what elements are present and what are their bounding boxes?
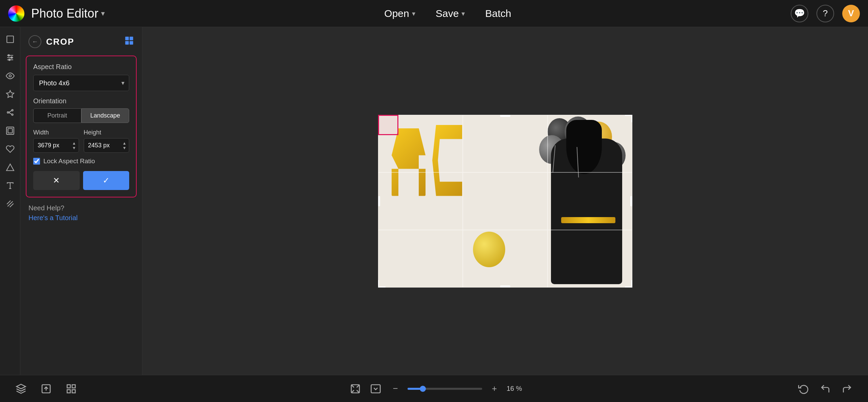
app-title-text: Photo Editor xyxy=(31,6,98,21)
help-title: Need Help? xyxy=(28,204,134,212)
svg-point-7 xyxy=(9,75,11,77)
svg-rect-29 xyxy=(67,385,70,388)
lock-aspect-label[interactable]: Lock Aspect Ratio xyxy=(43,157,95,165)
star-tool-btn[interactable] xyxy=(3,87,18,102)
text-tool-btn[interactable] xyxy=(3,178,18,193)
panel-title: CROP xyxy=(46,37,74,47)
svg-rect-23 xyxy=(130,37,133,40)
height-label: Height xyxy=(84,129,130,136)
width-label: Width xyxy=(33,129,79,136)
rotate-button[interactable] xyxy=(796,381,811,396)
app-title[interactable]: Photo Editor ▾ xyxy=(31,6,105,21)
zoom-slider-track[interactable] xyxy=(408,388,482,390)
external-view-button[interactable] xyxy=(368,381,383,396)
canvas-fit-button[interactable] xyxy=(348,381,363,396)
svg-marker-16 xyxy=(6,164,14,171)
zoom-slider-thumb[interactable] xyxy=(420,386,426,392)
height-group: Height ▲ ▼ xyxy=(84,129,130,153)
zoom-plus-icon: + xyxy=(492,383,497,394)
cancel-button[interactable]: ✕ xyxy=(33,171,80,190)
chat-icon: 💬 xyxy=(794,8,805,19)
aspect-ratio-wrapper: Original Square Photo 4x6 Photo 5x7 Cust… xyxy=(33,75,129,91)
app-title-chevron: ▾ xyxy=(101,9,105,18)
zoom-in-button[interactable]: + xyxy=(488,382,501,396)
svg-point-5 xyxy=(11,57,12,58)
nodes-tool-btn[interactable] xyxy=(3,105,18,120)
topbar: Photo Editor ▾ Open ▾ Save ▾ Batch 💬 ? V xyxy=(0,0,868,27)
panel-header-icon[interactable] xyxy=(124,36,134,48)
texture-tool-btn[interactable] xyxy=(3,196,18,211)
main-area: ← CROP Aspect Ratio Original Square xyxy=(0,27,868,375)
orientation-buttons: Portrait Landscape xyxy=(33,108,129,123)
topbar-center: Open ▾ Save ▾ Batch xyxy=(105,8,791,19)
back-button[interactable]: ← xyxy=(28,35,41,48)
landscape-button[interactable]: Landscape xyxy=(81,108,130,123)
adjustments-tool-btn[interactable] xyxy=(3,50,18,65)
svg-point-9 xyxy=(7,112,8,113)
back-icon: ← xyxy=(32,38,38,45)
height-spin-up[interactable]: ▲ xyxy=(121,141,128,146)
svg-line-12 xyxy=(8,111,12,112)
height-input-wrap: ▲ ▼ xyxy=(84,138,130,153)
crop-tool-btn[interactable] xyxy=(3,32,18,47)
lock-aspect-checkbox[interactable] xyxy=(33,158,40,165)
crop-settings-panel: Aspect Ratio Original Square Photo 4x6 P… xyxy=(26,56,137,197)
heart-tool-btn[interactable] xyxy=(3,142,18,156)
crop-panel: ← CROP Aspect Ratio Original Square xyxy=(20,27,142,375)
svg-marker-26 xyxy=(17,384,26,388)
confirm-button[interactable]: ✓ xyxy=(83,171,130,190)
redo-button[interactable] xyxy=(840,381,854,396)
svg-rect-30 xyxy=(72,385,75,388)
help-link[interactable]: Here's a Tutorial xyxy=(28,214,78,221)
width-spin-down[interactable]: ▼ xyxy=(71,146,78,150)
frame-tool-btn[interactable] xyxy=(3,123,18,138)
width-spin-up[interactable]: ▲ xyxy=(71,141,78,146)
dimensions-row: Width ▲ ▼ Height ▲ xyxy=(33,129,129,153)
topbar-right: 💬 ? V xyxy=(791,5,860,22)
lock-aspect-row: Lock Aspect Ratio xyxy=(33,157,129,165)
bottom-toolbar-left xyxy=(14,381,79,396)
svg-rect-14 xyxy=(6,127,14,134)
panel-header: ← CROP xyxy=(20,27,142,53)
save-button[interactable]: Save ▾ xyxy=(436,8,465,19)
open-button[interactable]: Open ▾ xyxy=(384,8,415,19)
width-group: Width ▲ ▼ xyxy=(33,129,79,153)
svg-rect-31 xyxy=(67,389,70,393)
user-avatar[interactable]: V xyxy=(842,5,860,22)
zoom-percentage: 16 % xyxy=(507,385,527,393)
svg-rect-25 xyxy=(130,41,133,45)
export-button[interactable] xyxy=(39,381,54,396)
chat-button[interactable]: 💬 xyxy=(791,5,808,22)
canvas-container xyxy=(378,115,632,288)
svg-rect-15 xyxy=(8,129,12,133)
svg-rect-22 xyxy=(125,37,129,40)
svg-point-10 xyxy=(12,109,13,111)
bottom-toolbar: − + 16 % xyxy=(0,375,868,402)
app-logo xyxy=(8,5,24,22)
action-buttons-row: ✕ ✓ xyxy=(33,171,129,190)
aspect-ratio-label: Aspect Ratio xyxy=(33,63,129,71)
help-button[interactable]: ? xyxy=(816,5,834,22)
batch-button[interactable]: Batch xyxy=(485,8,511,19)
svg-point-4 xyxy=(8,55,9,56)
grid-button[interactable] xyxy=(64,381,79,396)
svg-line-19 xyxy=(7,201,13,206)
photo-layer xyxy=(378,115,632,288)
bottom-toolbar-center: − + 16 % xyxy=(348,381,527,396)
shapes-tool-btn[interactable] xyxy=(3,160,18,175)
aspect-ratio-select[interactable]: Original Square Photo 4x6 Photo 5x7 Cust… xyxy=(33,75,129,91)
eye-tool-btn[interactable] xyxy=(3,68,18,83)
height-spin-down[interactable]: ▼ xyxy=(121,146,128,150)
svg-rect-32 xyxy=(72,389,75,393)
layers-button[interactable] xyxy=(14,381,28,396)
svg-rect-34 xyxy=(371,385,380,393)
zoom-out-button[interactable]: − xyxy=(389,382,402,396)
svg-point-6 xyxy=(8,59,10,60)
portrait-button[interactable]: Portrait xyxy=(33,108,81,123)
svg-point-11 xyxy=(12,114,13,115)
question-icon: ? xyxy=(823,8,828,19)
svg-rect-24 xyxy=(125,41,129,45)
canvas-area[interactable] xyxy=(142,27,868,375)
icon-sidebar xyxy=(0,27,20,375)
undo-button[interactable] xyxy=(818,381,833,396)
